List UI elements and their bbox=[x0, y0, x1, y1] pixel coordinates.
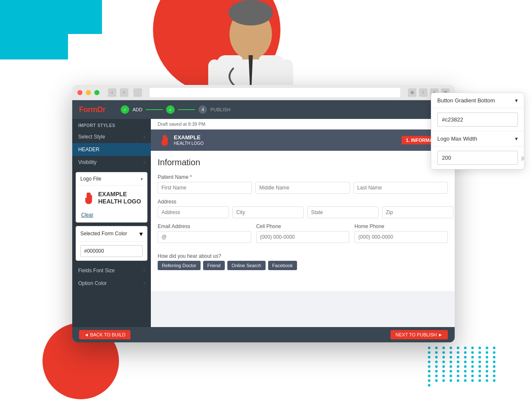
formdr-header: FormDr ✓ ADD ✓ 4 PUBLISH bbox=[72, 100, 455, 119]
browser-forward-btn[interactable]: › bbox=[120, 88, 128, 97]
middle-name-input[interactable] bbox=[255, 182, 350, 194]
color-input-wrapper bbox=[76, 242, 147, 260]
sidebar-item-visibility[interactable]: Visibility › bbox=[72, 156, 151, 169]
address-bar[interactable] bbox=[150, 88, 400, 97]
logo-file-header[interactable]: Logo File ▾ bbox=[76, 172, 147, 186]
sidebar-item-header[interactable]: HEADER bbox=[72, 143, 151, 156]
address-input[interactable] bbox=[158, 206, 229, 218]
browser-share-btn[interactable] bbox=[133, 88, 142, 97]
sidebar-bottom-items: Fields Font Size › Option Color › bbox=[72, 264, 151, 290]
step-add-check: ✓ bbox=[121, 105, 129, 114]
color-value-input[interactable] bbox=[80, 245, 143, 257]
formdr-steps: ✓ ADD ✓ 4 PUBLISH bbox=[121, 105, 230, 114]
teal-dot-grid bbox=[428, 347, 498, 387]
gradient-panel-title: Button Gradient Bottom bbox=[437, 97, 495, 104]
state-input[interactable] bbox=[307, 206, 379, 218]
city-input[interactable] bbox=[232, 206, 304, 218]
patient-name-row bbox=[158, 182, 448, 194]
gradient-value-wrap bbox=[431, 108, 524, 131]
cell-phone-label: Cell Phone bbox=[256, 223, 350, 229]
main-content: Draft saved at 8:39 PM EXAMPLE HEALTH LO… bbox=[151, 119, 455, 327]
traffic-light-red[interactable] bbox=[77, 90, 82, 95]
last-name-input[interactable] bbox=[354, 182, 448, 194]
sidebar-item-select-style[interactable]: Select Style › bbox=[72, 130, 151, 143]
cell-phone-group: Cell Phone bbox=[256, 223, 350, 243]
formdr-logo: FormDr bbox=[79, 105, 105, 114]
logo-width-unit: px bbox=[521, 155, 524, 161]
browser-icon-2[interactable]: ↑ bbox=[419, 88, 427, 97]
step-num: 4 bbox=[198, 105, 207, 114]
logo-text-line2: HEALTH LOGO bbox=[98, 198, 141, 205]
clear-logo-link[interactable]: Clear bbox=[76, 210, 147, 222]
draft-bar: Draft saved at 8:39 PM bbox=[151, 119, 455, 130]
option-facebook[interactable]: Facebook bbox=[268, 261, 297, 270]
home-phone-label: Home Phone bbox=[354, 223, 448, 229]
draft-status-text: Draft saved at 8:39 PM bbox=[158, 121, 206, 127]
cell-phone-input[interactable] bbox=[256, 231, 350, 243]
zip-input[interactable] bbox=[382, 206, 453, 218]
select-style-arrow: › bbox=[144, 135, 145, 139]
option-online-search[interactable]: Online Search bbox=[227, 261, 266, 270]
selected-form-color-title: Selected Form Color bbox=[80, 231, 127, 237]
logo-file-title: Logo File bbox=[80, 176, 101, 182]
patient-name-label: Patient Name * bbox=[158, 174, 448, 180]
first-name-input[interactable] bbox=[158, 182, 252, 194]
formdr-logo-prefix: Form bbox=[79, 105, 97, 114]
bg-cyan-rect-mid bbox=[0, 34, 68, 59]
traffic-light-yellow[interactable] bbox=[86, 90, 91, 95]
laptop-wrapper: ‹ › ⊕ ↑ + ⧉ FormDr ✓ ADD ✓ 4 bbox=[72, 85, 455, 342]
app-body: IMPORT STYLES Select Style › HEADER Visi… bbox=[72, 119, 455, 327]
color-panel-header[interactable]: Selected Form Color ▾ bbox=[76, 226, 147, 242]
logo-width-header: Logo Max Width ▾ bbox=[431, 131, 524, 147]
logo-text-area: EXAMPLE HEALTH LOGO bbox=[98, 191, 141, 205]
required-asterisk: * bbox=[190, 174, 192, 180]
step-add-label: ADD bbox=[133, 107, 142, 112]
form-preview-header: EXAMPLE HEALTH LOGO 1. INFORMATION bbox=[151, 130, 455, 151]
gradient-value-input[interactable] bbox=[437, 113, 518, 127]
sidebar-item-fields-font-size[interactable]: Fields Font Size › bbox=[72, 264, 151, 277]
formdr-logo-suffix: Dr bbox=[97, 105, 105, 114]
email-label: Email Address bbox=[158, 223, 251, 229]
address-row bbox=[158, 206, 448, 218]
gradient-panel: Button Gradient Bottom ▾ Logo Max Width … bbox=[431, 93, 524, 169]
form-logo-text-area: EXAMPLE HEALTH LOGO bbox=[174, 134, 204, 146]
browser-icon-1[interactable]: ⊕ bbox=[408, 88, 416, 97]
browser-frame: ‹ › ⊕ ↑ + ⧉ FormDr ✓ ADD ✓ 4 bbox=[72, 85, 455, 342]
sidebar-import-styles-label: IMPORT STYLES bbox=[72, 119, 151, 130]
step-line-2 bbox=[178, 109, 195, 110]
form-section-title: Information bbox=[158, 158, 448, 167]
patient-name-group: Patient Name * bbox=[158, 174, 448, 194]
step-check-2: ✓ bbox=[166, 105, 175, 114]
option-friend[interactable]: Friend bbox=[203, 261, 225, 270]
app-footer: ◄ BACK TO BUILD NEXT TO PUBLISH ► bbox=[72, 327, 455, 342]
svg-point-3 bbox=[229, 0, 273, 25]
logo-text-line1: EXAMPLE bbox=[98, 191, 141, 198]
home-phone-group: Home Phone bbox=[354, 223, 448, 243]
browser-back-btn[interactable]: ‹ bbox=[108, 88, 116, 97]
referral-label: How did you hear about us? bbox=[158, 253, 448, 259]
option-referring-doctor[interactable]: Referring Doctor bbox=[158, 261, 201, 270]
logo-width-dropdown-icon: ▾ bbox=[515, 135, 518, 142]
browser-titlebar: ‹ › ⊕ ↑ + ⧉ bbox=[72, 85, 455, 100]
form-logo-icon bbox=[158, 134, 170, 147]
email-input[interactable] bbox=[158, 231, 251, 243]
logo-file-panel: Logo File ▾ EXAMPLE HEALTH LOGO Cle bbox=[76, 172, 147, 223]
referral-group: How did you hear about us? Referring Doc… bbox=[158, 253, 448, 270]
logo-preview-area: EXAMPLE HEALTH LOGO bbox=[76, 186, 147, 210]
fields-font-size-arrow: › bbox=[144, 268, 145, 273]
color-panel-dropdown-icon: ▾ bbox=[139, 230, 143, 238]
form-logo-text-line1: EXAMPLE bbox=[174, 134, 204, 141]
traffic-light-green[interactable] bbox=[94, 90, 99, 95]
form-logo-text-line2: HEALTH LOGO bbox=[174, 141, 204, 146]
selected-form-color-panel: Selected Form Color ▾ bbox=[76, 226, 147, 261]
logo-width-input[interactable] bbox=[437, 151, 518, 165]
browser-nav: ‹ › bbox=[108, 88, 128, 97]
home-phone-input[interactable] bbox=[354, 231, 448, 243]
address-label: Address bbox=[158, 199, 448, 205]
back-to-build-button[interactable]: ◄ BACK TO BUILD bbox=[79, 330, 130, 339]
sidebar-item-option-color[interactable]: Option Color › bbox=[72, 277, 151, 290]
next-to-publish-button[interactable]: NEXT TO PUBLISH ► bbox=[391, 330, 448, 339]
step-publish-label: PUBLISH bbox=[210, 107, 230, 112]
gradient-panel-dropdown-icon: ▾ bbox=[515, 97, 518, 104]
form-logo-area: EXAMPLE HEALTH LOGO bbox=[158, 134, 204, 147]
